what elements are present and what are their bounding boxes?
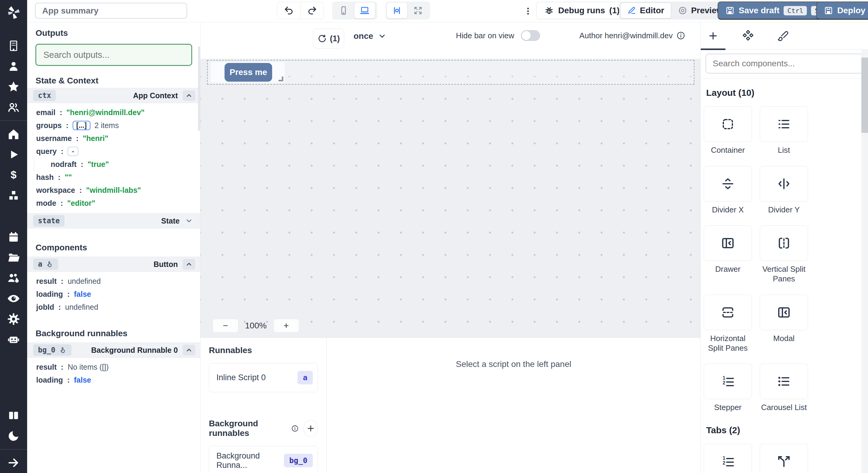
add-background-runnable-button[interactable]	[304, 420, 318, 437]
save-icon	[725, 6, 735, 15]
bg0-collapse-button[interactable]	[183, 345, 195, 355]
zoom-out-button[interactable]: −	[213, 319, 239, 333]
deploy-button[interactable]: Deploy	[816, 1, 868, 20]
tab-insert-component[interactable]	[701, 22, 725, 50]
sidebar-item-resources[interactable]	[0, 185, 27, 206]
bg0-header[interactable]: bg_0 Background Runnable 0	[27, 343, 200, 357]
kebab-icon	[524, 6, 532, 16]
bg-runnable-item[interactable]: Background Runna... bg_0	[209, 446, 318, 473]
empty-hint: Select a script on the left panel	[456, 359, 571, 369]
sidebar-item-runs[interactable]	[0, 144, 27, 165]
sidebar-item-schedules[interactable]	[0, 227, 27, 247]
components-search-wrap	[701, 50, 868, 78]
component-card-carousel-list[interactable]: Carousel List	[760, 364, 808, 412]
info-icon[interactable]	[676, 31, 685, 40]
search-outputs-input[interactable]	[36, 44, 192, 66]
svg-text:2: 2	[723, 460, 725, 466]
sidebar-item-groups[interactable]	[0, 97, 27, 118]
refresh-count: (1)	[330, 34, 340, 43]
tab-component-settings[interactable]	[736, 22, 761, 50]
fullscreen-button[interactable]	[408, 3, 428, 19]
ctx-row-username: username: "henri"	[27, 132, 200, 145]
zoom-in-button[interactable]: +	[273, 319, 299, 333]
sidebar-item-home[interactable]	[0, 124, 27, 144]
component-card-stepper[interactable]: 12 Stepper	[704, 364, 752, 412]
redo-button[interactable]	[301, 2, 324, 19]
tab-theme[interactable]	[771, 22, 795, 50]
undo-button[interactable]	[277, 2, 301, 19]
component-a-header[interactable]: a Button	[27, 257, 200, 272]
chevron-down-icon	[185, 217, 193, 225]
building-icon	[7, 39, 20, 52]
laptop-icon	[360, 5, 370, 16]
horizontal-split-icon	[721, 305, 735, 320]
state-section-header[interactable]: state State	[27, 213, 200, 228]
press-me-button[interactable]: Press me	[224, 63, 272, 82]
split-arrows-icon	[777, 454, 791, 469]
component-card-container[interactable]: Container	[704, 106, 752, 155]
sidebar-item-workspace[interactable]	[0, 36, 27, 56]
app-summary-input[interactable]	[35, 3, 187, 19]
deploy-save-icon	[824, 6, 833, 15]
components-scrollbar-thumb[interactable]	[861, 58, 868, 133]
component-card-conditional-tabs[interactable]	[760, 444, 808, 473]
search-components-input[interactable]	[706, 54, 863, 73]
sidebar-item-settings[interactable]	[0, 309, 27, 329]
sidebar-item-user[interactable]	[0, 56, 27, 76]
debug-runs-count: (1)	[610, 6, 620, 15]
component-card-horizontal-split[interactable]: Horizontal Split Panes	[704, 295, 752, 353]
save-draft-button[interactable]: Save draft Ctrl S	[718, 1, 830, 20]
query-expand-badge[interactable]: -	[67, 147, 79, 156]
a-row-jobid: jobId: undefined	[27, 301, 200, 314]
pen-icon	[627, 6, 636, 15]
chevron-up-icon	[185, 261, 193, 268]
component-card-divider-x[interactable]: Divider X	[704, 166, 752, 215]
refresh-icon	[317, 34, 327, 43]
redo-icon	[307, 5, 317, 16]
paintbrush-icon	[777, 30, 789, 41]
outputs-scrollbar-thumb[interactable]	[198, 46, 200, 131]
hide-bar-toggle[interactable]	[521, 30, 540, 41]
sidebar-item-folders[interactable]	[0, 247, 27, 268]
more-menu-button[interactable]	[521, 4, 535, 18]
canvas-grid-row[interactable]: Press me	[207, 60, 694, 85]
components-panel: Layout (10) Container List Divider X Div…	[701, 22, 868, 473]
app-canvas[interactable]: Press me − 100% +	[200, 59, 701, 338]
ctx-section-header[interactable]: ctx App Context	[27, 88, 200, 103]
component-card-list[interactable]: List	[760, 106, 808, 155]
component-card-tabs[interactable]: 12	[704, 444, 752, 473]
bug-icon	[544, 6, 554, 15]
component-card-vertical-split[interactable]: Vertical Split Panes	[760, 225, 808, 284]
component-card-modal[interactable]: Modal	[760, 295, 808, 353]
tab-editor[interactable]: Editor	[620, 3, 671, 19]
mobile-view-button[interactable]	[333, 3, 354, 19]
debug-runs-button[interactable]: Debug runs (1)	[536, 2, 628, 19]
sidebar-item-favorites[interactable]	[0, 76, 27, 97]
schedule-select[interactable]: once	[353, 31, 386, 41]
zoom-controls: − 100% +	[213, 319, 299, 333]
button-component-cell[interactable]: Press me	[211, 62, 284, 83]
sidebar-item-docs[interactable]	[0, 405, 27, 426]
sidebar-expand-button[interactable]	[0, 452, 27, 473]
inline-script-item[interactable]: Inline Script 0 a	[209, 363, 318, 392]
state-context-title: State & Context	[36, 76, 200, 86]
sidebar-item-audit[interactable]	[0, 288, 27, 309]
component-a-collapse-button[interactable]	[183, 259, 195, 270]
ctx-collapse-button[interactable]	[183, 90, 195, 101]
center-content-button[interactable]	[387, 3, 407, 19]
editor-preview-toggle: Editor Preview	[619, 1, 731, 20]
sidebar-item-variables[interactable]: $	[0, 165, 27, 185]
state-expand-button[interactable]	[183, 217, 195, 225]
resize-handle[interactable]	[278, 76, 283, 81]
component-card-drawer[interactable]: Drawer	[704, 225, 752, 284]
refresh-button[interactable]: (1)	[313, 29, 344, 49]
info-icon[interactable]	[291, 424, 299, 433]
components-scrollbar[interactable]	[861, 50, 868, 473]
sidebar-item-workers[interactable]	[0, 268, 27, 288]
sidebar-item-darkmode[interactable]	[0, 426, 27, 446]
windmill-logo[interactable]	[6, 4, 22, 20]
desktop-view-button[interactable]	[354, 3, 375, 19]
component-card-divider-y[interactable]: Divider Y	[760, 166, 808, 215]
groups-expand-badge[interactable]: [...]	[73, 121, 90, 130]
sidebar-item-ai[interactable]	[0, 329, 27, 350]
